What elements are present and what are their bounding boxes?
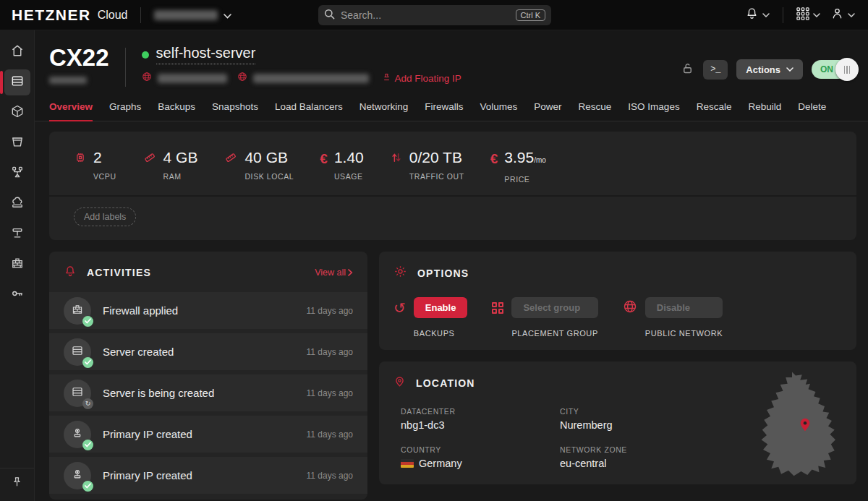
sidebar-item-networks[interactable]	[4, 160, 30, 187]
console-button[interactable]: >_	[703, 60, 728, 80]
enable-backups-button[interactable]: Enable	[414, 297, 468, 318]
home-icon	[10, 43, 25, 61]
firewall-icon	[71, 303, 84, 319]
activity-time: 11 days ago	[307, 388, 354, 398]
hetzner-logo[interactable]: HETZNER	[12, 7, 91, 24]
select-group-button[interactable]: Select group	[511, 297, 597, 318]
avatar	[64, 462, 91, 489]
chevron-down-icon	[848, 13, 855, 17]
project-selector[interactable]	[154, 9, 231, 22]
activity-time: 11 days ago	[307, 306, 354, 316]
pending-icon: ↻	[82, 398, 93, 409]
apps-menu[interactable]	[795, 4, 822, 26]
success-check-icon	[82, 440, 93, 450]
activity-row[interactable]: Primary IP created 11 days ago	[49, 457, 367, 494]
sidebar-item-security[interactable]	[4, 282, 30, 308]
power-toggle-knob[interactable]	[835, 58, 859, 81]
option-backups: ↺ Enable BACKUPS	[393, 297, 467, 338]
view-all-link[interactable]: View all	[315, 267, 353, 278]
activity-text: Server created	[103, 346, 174, 358]
activity-row[interactable]: Firewall applied 11 days ago	[49, 292, 367, 329]
server-header: CX22 self-host-server Add Floating IP	[35, 30, 868, 87]
activity-row[interactable]: Server created 11 days ago	[49, 333, 367, 370]
server-icon	[71, 344, 84, 360]
location-card: LOCATION DATACENTER nbg1-dc3 CITY Nuremb…	[379, 361, 856, 484]
power-toggle[interactable]: ON	[812, 60, 856, 79]
option-label: PLACEMENT GROUP	[511, 329, 597, 338]
sidebar-item-firewalls[interactable]	[4, 252, 30, 278]
main-content: CX22 self-host-server Add Floating IP	[35, 30, 868, 501]
search-input[interactable]	[341, 9, 516, 21]
key-icon	[10, 286, 25, 304]
pushpin-icon[interactable]	[11, 476, 23, 491]
field-network-zone: NETWORK ZONE eu-central	[560, 445, 719, 469]
field-city: CITY Nuremberg	[560, 407, 719, 431]
server-stats-card: 2VCPU 4 GBRAM 40 GBDISK LOCAL € 1.40USAG…	[49, 132, 856, 240]
tab-backups[interactable]: Backups	[158, 101, 195, 121]
tab-load-balancers[interactable]: Load Balancers	[275, 101, 343, 121]
tab-delete[interactable]: Delete	[798, 101, 826, 121]
map-pin-icon	[393, 374, 406, 391]
map-marker-icon	[799, 418, 811, 434]
tab-iso-images[interactable]: ISO Images	[628, 101, 679, 121]
options-card: OPTIONS ↺ Enable BACKUPS Select group PL…	[379, 252, 856, 350]
sidebar-item-volumes[interactable]	[4, 130, 30, 156]
success-check-icon	[82, 316, 93, 327]
option-label: BACKUPS	[414, 329, 468, 338]
activity-time: 11 days ago	[307, 347, 354, 357]
success-check-icon	[82, 481, 93, 492]
ip-icon	[71, 427, 84, 442]
options-title: OPTIONS	[417, 267, 469, 279]
unlocked-icon[interactable]	[681, 61, 694, 79]
sidebar-item-load-balancers[interactable]	[4, 191, 30, 217]
tab-rebuild[interactable]: Rebuild	[748, 101, 781, 121]
sidebar	[0, 30, 35, 501]
tab-snapshots[interactable]: Snapshots	[212, 101, 258, 121]
activities-title: ACTIVITIES	[87, 267, 151, 278]
avatar	[64, 297, 91, 325]
tab-overview[interactable]: Overview	[49, 101, 93, 121]
chevron-down-icon	[762, 13, 770, 17]
ip-icon	[71, 468, 84, 484]
bell-icon	[64, 265, 77, 281]
chevron-down-icon	[786, 67, 793, 72]
tab-firewalls[interactable]: Firewalls	[425, 101, 463, 121]
avatar: ↻	[64, 380, 91, 407]
search-icon	[324, 9, 335, 22]
stat-vcpu: 2VCPU	[74, 149, 116, 184]
disable-public-network-button[interactable]: Disable	[645, 297, 723, 318]
floating-ip-add-icon	[382, 72, 391, 84]
floating-ip-icon	[10, 226, 25, 243]
chevron-right-icon	[348, 269, 353, 276]
actions-button[interactable]: Actions	[736, 59, 803, 80]
tab-rescale[interactable]: Rescale	[697, 101, 732, 121]
sidebar-item-images[interactable]	[4, 100, 30, 126]
activity-row[interactable]: Primary IP created 11 days ago	[49, 416, 367, 453]
activity-row[interactable]: ↻ Server is being created 11 days ago	[49, 374, 367, 411]
add-labels-button[interactable]: Add labels	[74, 207, 136, 226]
bell-icon	[745, 7, 759, 23]
tab-networking[interactable]: Networking	[359, 101, 409, 121]
search-bar[interactable]: Ctrl K	[318, 5, 551, 25]
server-status-dot	[142, 51, 149, 59]
firewall-icon	[10, 256, 25, 273]
cube-icon	[10, 104, 25, 121]
server-name[interactable]: self-host-server	[156, 45, 256, 64]
tab-rescue[interactable]: Rescue	[579, 101, 612, 121]
tab-volumes[interactable]: Volumes	[480, 101, 518, 121]
sidebar-item-home[interactable]	[4, 39, 30, 65]
tab-graphs[interactable]: Graphs	[109, 101, 141, 121]
location-title: LOCATION	[416, 377, 475, 389]
user-menu[interactable]	[829, 4, 856, 26]
tab-power[interactable]: Power	[534, 101, 561, 121]
sidebar-item-floating-ips[interactable]	[4, 221, 30, 247]
notifications-menu[interactable]	[744, 4, 771, 26]
server-tabs: Overview Graphs Backups Snapshots Load B…	[35, 101, 868, 121]
success-check-icon	[82, 357, 93, 368]
sidebar-item-servers[interactable]	[4, 69, 30, 95]
activity-text: Primary IP created	[103, 469, 192, 481]
gear-icon	[393, 265, 407, 281]
add-floating-ip-link[interactable]: Add Floating IP	[382, 72, 461, 84]
option-public-network: Disable PUBLIC NETWORK	[623, 297, 723, 338]
field-country: COUNTRY Germany	[401, 445, 560, 469]
